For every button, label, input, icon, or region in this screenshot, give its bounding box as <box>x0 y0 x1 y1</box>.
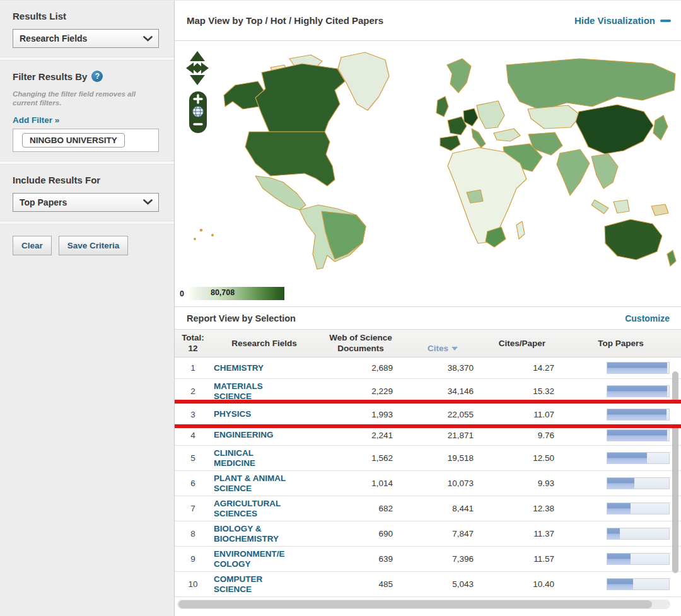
research-field-link[interactable]: COMPUTER SCIENCE <box>214 574 262 594</box>
cites-per-paper-value: 9.93 <box>481 479 561 488</box>
include-results-select[interactable]: Top Papers <box>13 193 159 212</box>
row-rank: 2 <box>175 386 211 396</box>
top-papers-bar-fill <box>607 409 666 420</box>
filter-note: Changing the filter field removes all cu… <box>13 90 145 108</box>
cites-value: 7,396 <box>402 554 481 564</box>
research-field-cell: CHEMISTRY <box>211 363 317 373</box>
map-pan-control <box>186 51 209 85</box>
cites-header-label: Cites <box>428 344 448 354</box>
filter-results-heading: Filter Results By ? <box>13 71 161 82</box>
top-papers-bar <box>607 429 670 441</box>
top-papers-bar <box>607 578 670 590</box>
research-field-link[interactable]: AGRICULTURAL SCIENCES <box>214 499 281 518</box>
help-icon[interactable]: ? <box>91 71 103 82</box>
cites-per-paper-value: 10.40 <box>481 579 561 589</box>
region-indonesia <box>591 200 608 214</box>
chevron-down-icon <box>137 194 158 211</box>
research-field-cell: ENGINEERING <box>211 430 317 440</box>
save-criteria-button[interactable]: Save Criteria <box>59 236 129 255</box>
vertical-scrollbar-thumb[interactable] <box>672 371 678 573</box>
clear-button[interactable]: Clear <box>13 236 52 255</box>
horizontal-scrollbar-thumb[interactable] <box>178 600 652 608</box>
island-speck <box>200 229 202 231</box>
filter-tag-ningbo-university[interactable]: NINGBO UNIVERSITY <box>22 133 125 148</box>
top-papers-cell <box>561 553 681 565</box>
top-papers-bar <box>607 452 670 464</box>
minus-icon <box>660 20 671 22</box>
world-choropleth-map[interactable] <box>176 46 679 281</box>
cites-value: 34,146 <box>402 386 481 396</box>
cites-value: 38,370 <box>402 363 481 373</box>
map-color-legend: 0 80,708 <box>180 287 284 300</box>
research-field-cell: PHYSICS <box>211 409 317 419</box>
table-row: 1 CHEMISTRY 2,689 38,370 14.27 <box>175 357 681 378</box>
top-papers-bar-fill <box>607 528 620 539</box>
table-row: 8 BIOLOGY & BIOCHEMISTRY 690 7,847 11.37 <box>175 521 681 546</box>
table-row: 9 ENVIRONMENT/E COLOGY 639 7,396 11.57 <box>175 546 681 571</box>
report-rows: 1 CHEMISTRY 2,689 38,370 14.27 2 MATERIA… <box>175 357 681 601</box>
row-rank: 1 <box>175 363 211 373</box>
top-papers-bar-fill <box>607 478 634 489</box>
region-italy <box>472 129 486 148</box>
table-row: 6 PLANT & ANIMAL SCIENCE 1,014 10,073 9.… <box>175 470 681 496</box>
customize-link[interactable]: Customize <box>625 313 670 323</box>
column-header-cites-per-paper[interactable]: Cites/Paper <box>481 339 561 348</box>
region-india <box>557 149 590 195</box>
add-filter-link[interactable]: Add Filter » <box>13 115 59 125</box>
research-field-cell: ENVIRONMENT/E COLOGY <box>211 549 317 569</box>
wos-documents-value: 2,229 <box>317 386 402 396</box>
chevron-down-icon <box>137 30 158 47</box>
top-papers-cell <box>561 429 681 441</box>
region-china <box>576 105 653 154</box>
research-field-link[interactable]: PLANT & ANIMAL SCIENCE <box>214 474 286 493</box>
cites-per-paper-value: 9.76 <box>481 431 561 440</box>
legend-gradient-bar: 80,708 <box>187 287 284 300</box>
esi-application-window: Results List Research Fields Filter Resu… <box>0 0 681 616</box>
wos-documents-value: 2,241 <box>317 431 402 440</box>
results-list-section: Results List Research Fields <box>0 1 174 57</box>
map-view-title: Map View by Top / Hot / Highly Cited Pap… <box>187 15 383 26</box>
hide-visualization-link[interactable]: Hide Visualization <box>574 15 671 26</box>
research-field-cell: MATERIALS SCIENCE <box>211 381 317 401</box>
cites-value: 8,441 <box>402 504 481 513</box>
include-results-section: Include Results For Top Papers <box>0 165 174 221</box>
row-rank: 4 <box>175 431 211 440</box>
pan-down-arrow <box>190 75 205 85</box>
wos-documents-value: 485 <box>317 579 402 589</box>
research-field-link[interactable]: CLINICAL MEDICINE <box>214 448 255 468</box>
table-header-row: Total: 12 Research Fields Web of Science… <box>175 330 681 357</box>
research-field-link[interactable]: MATERIALS SCIENCE <box>214 381 263 401</box>
research-field-link[interactable]: ENGINEERING <box>214 430 274 440</box>
region-canada <box>255 64 345 132</box>
map-view-header: Map View by Top / Hot / Highly Cited Pap… <box>175 1 681 41</box>
active-filter-box: NINGBO UNIVERSITY <box>13 129 159 152</box>
cites-per-paper-value: 12.50 <box>481 453 561 463</box>
results-list-select[interactable]: Research Fields <box>13 29 159 48</box>
row-rank: 8 <box>175 529 211 538</box>
wos-documents-value: 1,993 <box>317 410 402 419</box>
column-header-cites[interactable]: Cites <box>402 333 481 354</box>
cites-per-paper-value: 14.27 <box>481 363 561 373</box>
research-field-link[interactable]: BIOLOGY & BIOCHEMISTRY <box>214 524 279 543</box>
top-papers-cell <box>561 409 681 421</box>
main-content: Map View by Top / Hot / Highly Cited Pap… <box>175 1 681 616</box>
column-header-top-papers[interactable]: Top Papers <box>561 339 681 348</box>
research-field-link[interactable]: PHYSICS <box>214 409 251 419</box>
row-rank: 10 <box>175 579 211 589</box>
column-header-wos-documents[interactable]: Web of Science Documents <box>317 333 402 354</box>
cites-value: 21,871 <box>402 431 481 440</box>
region-central-asia <box>528 105 581 129</box>
research-field-link[interactable]: CHEMISTRY <box>214 363 264 373</box>
cites-per-paper-value: 15.32 <box>481 386 561 396</box>
top-papers-bar <box>607 385 670 397</box>
horizontal-scrollbar[interactable] <box>177 600 670 609</box>
research-field-link[interactable]: ENVIRONMENT/E COLOGY <box>214 549 285 569</box>
table-row: 5 CLINICAL MEDICINE 1,562 19,518 12.50 <box>175 445 681 470</box>
column-header-research-fields[interactable]: Research Fields <box>211 339 317 348</box>
region-africa <box>448 148 527 243</box>
top-papers-bar-fill <box>607 503 631 514</box>
results-list-selected-value: Research Fields <box>20 33 87 44</box>
research-field-cell: CLINICAL MEDICINE <box>211 448 317 468</box>
top-papers-bar-fill <box>607 453 647 463</box>
report-view-header: Report View by Selection Customize <box>175 307 681 330</box>
